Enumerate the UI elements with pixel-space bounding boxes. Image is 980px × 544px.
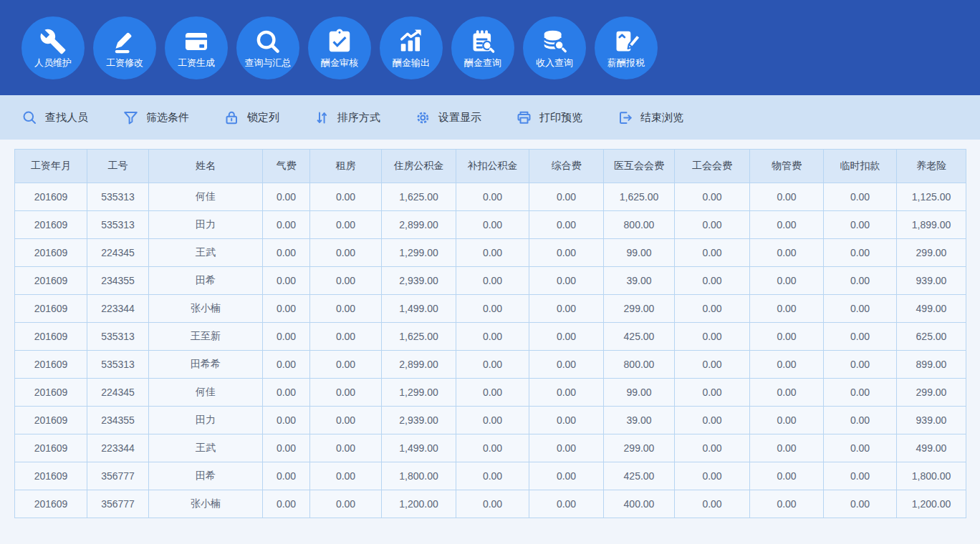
column-header[interactable]: 补扣公积金: [456, 150, 529, 183]
table-cell: 0.00: [456, 267, 529, 295]
ribbon-button-salary-generate[interactable]: 工资生成: [165, 16, 228, 79]
ribbon-button-label: 酬金输出: [393, 57, 430, 68]
toolbar-item-filter[interactable]: 筛选条件: [123, 110, 189, 126]
table-row[interactable]: 201609223344张小楠0.000.001,499.000.000.002…: [15, 295, 966, 323]
table-cell: 0.00: [750, 434, 824, 462]
toolbar: 查找人员 筛选条件 锁定列 排序方式 设置显示: [0, 95, 980, 140]
gear-icon: [415, 110, 431, 126]
table-cell: 何佳: [149, 183, 263, 211]
toolbar-item-label: 锁定列: [247, 111, 279, 125]
table-cell: 0.00: [263, 183, 310, 211]
ribbon-bar: 人员维护 工资修改 工资生成 查询与汇总 酬金审: [0, 0, 980, 95]
table-cell: 2,939.00: [382, 407, 456, 434]
ribbon-button-income-query[interactable]: 收入查询: [523, 16, 586, 79]
table-row[interactable]: 201609535313田希希0.000.002,899.000.000.008…: [15, 351, 966, 379]
table-cell: 535313: [87, 183, 149, 211]
table-cell: 39.00: [604, 407, 675, 434]
toolbar-item-sort[interactable]: 排序方式: [314, 110, 380, 126]
payroll-table: 工资年月工号姓名气费租房住房公积金补扣公积金综合费医互会会费工会会费物管费临时扣…: [14, 149, 966, 518]
table-row[interactable]: 201609234355田希0.000.002,939.000.000.0039…: [15, 267, 966, 295]
ribbon-button-query-summary[interactable]: 查询与汇总: [236, 16, 299, 79]
column-header[interactable]: 物管费: [750, 150, 824, 183]
table-cell: 0.00: [263, 211, 310, 239]
table-cell: 0.00: [529, 239, 604, 267]
table-cell: 535313: [87, 323, 149, 351]
toolbar-item-find-person[interactable]: 查找人员: [21, 110, 88, 126]
table-cell: 356777: [87, 490, 149, 518]
toolbar-item-label: 筛选条件: [146, 111, 189, 125]
table-cell: 王至新: [149, 323, 263, 351]
column-header[interactable]: 工会会费: [675, 150, 750, 183]
table-cell: 王武: [149, 434, 263, 462]
ribbon-button-label: 工资修改: [106, 57, 143, 68]
ribbon-button-label: 酬金审核: [321, 57, 358, 68]
table-row[interactable]: 201609234355田力0.000.002,939.000.000.0039…: [15, 407, 966, 434]
table-cell: 田希希: [149, 351, 263, 379]
column-header[interactable]: 医互会会费: [604, 150, 675, 183]
table-row[interactable]: 201609535313田力0.000.002,899.000.000.0080…: [15, 211, 966, 239]
table-cell: 224345: [87, 239, 149, 267]
ribbon-button-pay-review[interactable]: 酬金审核: [308, 16, 371, 79]
table-cell: 234355: [87, 267, 149, 295]
table-cell: 0.00: [529, 211, 604, 239]
table-cell: 0.00: [263, 434, 310, 462]
table-cell: 0.00: [750, 239, 824, 267]
table-cell: 0.00: [263, 295, 310, 323]
table-cell: 1,499.00: [382, 434, 456, 462]
table-cell: 201609: [15, 462, 87, 490]
column-header[interactable]: 住房公积金: [382, 150, 456, 183]
table-cell: 0.00: [675, 379, 750, 407]
ribbon-button-pay-query[interactable]: 酬金查询: [451, 16, 514, 79]
toolbar-item-end-browse[interactable]: 结束浏览: [617, 110, 683, 126]
ribbon-button-label: 薪酬报税: [607, 57, 645, 68]
table-cell: 0.00: [824, 490, 897, 518]
toolbar-item-label: 排序方式: [337, 111, 380, 125]
search-icon: [21, 110, 38, 126]
table-cell: 0.00: [675, 434, 750, 462]
toolbar-item-print-preview[interactable]: 打印预览: [516, 110, 582, 126]
table-row[interactable]: 201609356777田希0.000.001,800.000.000.0042…: [15, 462, 966, 490]
table-cell: 1,800.00: [382, 462, 456, 490]
table-cell: 201609: [15, 267, 87, 295]
table-row[interactable]: 201609224345何佳0.000.001,299.000.000.0099…: [15, 379, 966, 407]
table-row[interactable]: 201609224345王武0.000.001,299.000.000.0099…: [15, 239, 966, 267]
table-row[interactable]: 201609356777张小楠0.000.001,200.000.000.004…: [15, 490, 966, 518]
column-header[interactable]: 气费: [263, 150, 310, 183]
table-cell: 0.00: [529, 434, 604, 462]
table-cell: 0.00: [750, 490, 824, 518]
table-cell: 0.00: [310, 183, 382, 211]
chart-up-icon: [398, 28, 425, 55]
ribbon-button-salary-edit[interactable]: 工资修改: [93, 16, 156, 79]
table-row[interactable]: 201609223344王武0.000.001,499.000.000.0029…: [15, 434, 966, 462]
ribbon-button-personnel-maintenance[interactable]: 人员维护: [21, 16, 85, 79]
ribbon-button-pay-output[interactable]: 酬金输出: [380, 16, 443, 79]
column-header[interactable]: 姓名: [149, 150, 263, 183]
table-row[interactable]: 201609535313何佳0.000.001,625.000.000.001,…: [15, 183, 966, 211]
toolbar-item-lock-columns[interactable]: 锁定列: [224, 110, 279, 126]
table-cell: 2,899.00: [382, 211, 456, 239]
column-header[interactable]: 租房: [310, 150, 382, 183]
column-header[interactable]: 养老险: [897, 150, 966, 183]
database-search-icon: [541, 28, 568, 55]
table-row[interactable]: 201609535313王至新0.000.001,625.000.000.004…: [15, 323, 966, 351]
ribbon-button-tax-report[interactable]: 薪酬报税: [595, 16, 658, 79]
table-cell: 425.00: [604, 462, 675, 490]
ribbon-button-label: 收入查询: [536, 57, 573, 68]
table-cell: 0.00: [675, 211, 750, 239]
toolbar-item-display-settings[interactable]: 设置显示: [415, 110, 481, 126]
table-cell: 0.00: [824, 267, 897, 295]
table-cell: 939.00: [897, 407, 966, 434]
table-cell: 39.00: [604, 267, 675, 295]
table-cell: 0.00: [675, 351, 750, 379]
table-cell: 王武: [149, 239, 263, 267]
table-cell: 0.00: [456, 434, 529, 462]
column-header[interactable]: 临时扣款: [824, 150, 897, 183]
table-cell: 0.00: [529, 462, 604, 490]
column-header[interactable]: 工号: [87, 150, 149, 183]
table-cell: 0.00: [456, 239, 529, 267]
table-cell: 499.00: [897, 434, 966, 462]
table-header: 工资年月工号姓名气费租房住房公积金补扣公积金综合费医互会会费工会会费物管费临时扣…: [15, 150, 966, 183]
table-cell: 田力: [149, 211, 263, 239]
column-header[interactable]: 综合费: [529, 150, 604, 183]
column-header[interactable]: 工资年月: [15, 150, 87, 183]
